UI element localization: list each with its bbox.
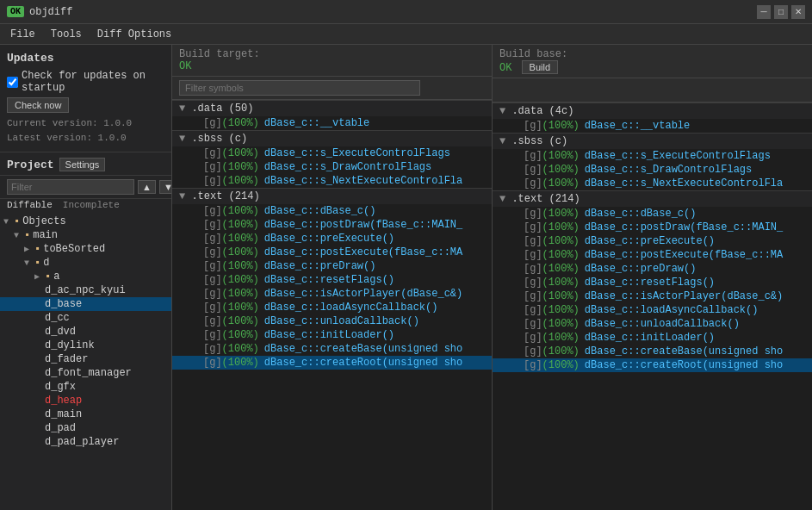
project-title: Project bbox=[7, 159, 54, 171]
menu-file[interactable]: File bbox=[3, 27, 42, 42]
filter-row: ▲ ▼ .* bbox=[0, 176, 171, 199]
filter-down-button[interactable]: ▼ bbox=[159, 180, 172, 194]
right-status: OK bbox=[499, 62, 511, 74]
tree-item-toBeSorted[interactable]: ▶ ▪ toBeSorted bbox=[0, 242, 171, 256]
right-row-text-3[interactable]: [g] (100%) dBase_c::postExecute(fBase_c:… bbox=[493, 248, 812, 262]
right-diff-pane: Build base: OK Build ▼ .data (4c) [g] (1… bbox=[493, 45, 812, 510]
left-filter-row bbox=[172, 77, 492, 100]
tree-label-d_main: d_main bbox=[45, 408, 82, 420]
tree-label-d_font_manager: d_font_manager bbox=[45, 367, 132, 379]
menu-diff-options[interactable]: Diff Options bbox=[90, 27, 178, 42]
tree-item-d_ac_npc_kyui[interactable]: d_ac_npc_kyui bbox=[0, 283, 171, 297]
left-row-text-7[interactable]: [g] (100%) dBase_c::loadAsyncCallback() bbox=[172, 301, 492, 314]
right-row-text-7[interactable]: [g] (100%) dBase_c::loadAsyncCallback() bbox=[493, 303, 812, 317]
right-row-text-0[interactable]: [g] (100%) dBase_c::dBase_c() bbox=[493, 207, 812, 221]
tree-label-d_cc: d_cc bbox=[45, 312, 70, 324]
settings-button[interactable]: Settings bbox=[59, 158, 106, 171]
left-header-label: Build target: bbox=[179, 48, 260, 60]
right-row-sbss-2[interactable]: [g] (100%) dBase_c::s_NextExecuteControl… bbox=[493, 177, 812, 190]
folder-icon: ▪ bbox=[34, 257, 40, 269]
check-startup-row: Check for updates on startup bbox=[7, 70, 164, 94]
tree-item-d_dvd[interactable]: d_dvd bbox=[0, 325, 171, 339]
right-row-text-10[interactable]: [g] (100%) dBase_c::createBase(unsigned … bbox=[493, 345, 812, 358]
tree-label-a: a bbox=[53, 271, 59, 283]
tree-item-d_heap[interactable]: d_heap bbox=[0, 394, 171, 407]
check-startup-checkbox[interactable] bbox=[7, 77, 18, 88]
left-row-text-8[interactable]: [g] (100%) dBase_c::unloadCallback() bbox=[172, 314, 492, 328]
tree-label-d_base: d_base bbox=[45, 298, 82, 310]
left-row-vtable[interactable]: [g] (100%) dBase_c::__vtable bbox=[172, 116, 492, 130]
tree-label-d: d bbox=[43, 257, 49, 269]
left-row-sbss-1[interactable]: [g] (100%) dBase_c::s_DrawControlFlags bbox=[172, 160, 492, 174]
menu-tools[interactable]: Tools bbox=[44, 27, 89, 42]
close-button[interactable]: ✕ bbox=[791, 5, 805, 19]
tree-label-toBeSorted: toBeSorted bbox=[43, 243, 105, 255]
tree-item-d_font_manager[interactable]: d_font_manager bbox=[0, 366, 171, 380]
right-row-text-1[interactable]: [g] (100%) dBase_c::postDraw(fBase_c::MA… bbox=[493, 221, 812, 234]
tree-label-d_ac_npc_kyui: d_ac_npc_kyui bbox=[45, 284, 126, 296]
folder-icon: ▪ bbox=[34, 243, 40, 255]
right-section-text: ▼ .text (214) bbox=[493, 190, 812, 207]
right-row-text-9[interactable]: [g] (100%) dBase_c::initLoader() bbox=[493, 331, 812, 345]
content: Build target: OK ▼ .data (50) [g] (100%)… bbox=[172, 45, 812, 510]
left-row-text-3[interactable]: [g] (100%) dBase_c::postExecute(fBase_c:… bbox=[172, 246, 492, 259]
right-row-text-6[interactable]: [g] (100%) dBase_c::isActorPlayer(dBase_… bbox=[493, 289, 812, 303]
left-row-text-11[interactable]: [g] (100%) dBase_c::createRoot(unsigned … bbox=[172, 356, 492, 370]
right-row-text-4[interactable]: [g] (100%) dBase_c::preDraw() bbox=[493, 262, 812, 276]
tree-item-d[interactable]: ▼ ▪ d bbox=[0, 256, 171, 270]
right-diff-content[interactable]: ▼ .data (4c) [g] (100%) dBase_c::__vtabl… bbox=[493, 103, 812, 510]
right-row-text-8[interactable]: [g] (100%) dBase_c::unloadCallback() bbox=[493, 317, 812, 331]
tree-item-d_dylink[interactable]: d_dylink bbox=[0, 339, 171, 352]
tree-item-d_main[interactable]: d_main bbox=[0, 407, 171, 421]
project-header: Project Settings bbox=[0, 152, 171, 176]
left-row-text-2[interactable]: [g] (100%) dBase_c::preExecute() bbox=[172, 232, 492, 246]
left-diff-content[interactable]: ▼ .data (50) [g] (100%) dBase_c::__vtabl… bbox=[172, 100, 492, 510]
left-row-sbss-0[interactable]: [g] (100%) dBase_c::s_ExecuteControlFlag… bbox=[172, 146, 492, 160]
tree-item-d_fader[interactable]: d_fader bbox=[0, 352, 171, 366]
filter-up-button[interactable]: ▲ bbox=[138, 180, 156, 194]
right-row-text-5[interactable]: [g] (100%) dBase_c::resetFlags() bbox=[493, 276, 812, 289]
right-row-sbss-1[interactable]: [g] (100%) dBase_c::s_DrawControlFlags bbox=[493, 163, 812, 177]
left-row-text-10[interactable]: [g] (100%) dBase_c::createBase(unsigned … bbox=[172, 342, 492, 356]
titlebar-left: OK objdiff bbox=[7, 6, 72, 18]
menubar: File Tools Diff Options bbox=[0, 24, 812, 45]
maximize-button[interactable]: □ bbox=[774, 5, 788, 19]
left-row-text-0[interactable]: [g] (100%) dBase_c::dBase_c() bbox=[172, 204, 492, 218]
main-layout: Updates Check for updates on startup Che… bbox=[0, 45, 812, 510]
left-row-text-9[interactable]: [g] (100%) dBase_c::initLoader() bbox=[172, 328, 492, 342]
updates-section: Updates Check for updates on startup Che… bbox=[0, 45, 171, 152]
left-section-text: ▼ .text (214) bbox=[172, 188, 492, 204]
right-row-text-11[interactable]: [g] (100%) dBase_c::createRoot(unsigned … bbox=[493, 358, 812, 372]
current-version: Current version: 1.0.0 bbox=[7, 116, 164, 131]
left-filter-input[interactable] bbox=[179, 80, 420, 96]
left-row-text-1[interactable]: [g] (100%) dBase_c::postDraw(fBase_c::MA… bbox=[172, 218, 492, 232]
tab-diffable[interactable]: Diffable bbox=[3, 199, 56, 211]
left-row-text-6[interactable]: [g] (100%) dBase_c::isActorPlayer(dBase_… bbox=[172, 287, 492, 301]
minimize-button[interactable]: ─ bbox=[757, 5, 771, 19]
right-row-text-2[interactable]: [g] (100%) dBase_c::preExecute() bbox=[493, 234, 812, 248]
tree-item-d_pad_player[interactable]: d_pad_player bbox=[0, 435, 171, 449]
tree-item-d_pad[interactable]: d_pad bbox=[0, 421, 171, 435]
tree-item-main[interactable]: ▼ ▪ main bbox=[0, 228, 171, 242]
titlebar: OK objdiff ─ □ ✕ bbox=[0, 0, 812, 24]
left-row-sbss-2[interactable]: [g] (100%) dBase_c::s_NextExecuteControl… bbox=[172, 174, 492, 188]
left-status: OK bbox=[179, 60, 191, 72]
tree-label-d_dvd: d_dvd bbox=[45, 326, 76, 338]
tree-item-d_cc[interactable]: d_cc bbox=[0, 311, 171, 325]
titlebar-controls: ─ □ ✕ bbox=[757, 5, 805, 19]
right-row-sbss-0[interactable]: [g] (100%) dBase_c::s_ExecuteControlFlag… bbox=[493, 149, 812, 163]
left-row-text-5[interactable]: [g] (100%) dBase_c::resetFlags() bbox=[172, 273, 492, 287]
tree-label-d_dylink: d_dylink bbox=[45, 339, 95, 351]
tree-item-d_base[interactable]: d_base bbox=[0, 297, 171, 311]
right-row-vtable[interactable]: [g] (100%) dBase_c::__vtable bbox=[493, 119, 812, 133]
build-button[interactable]: Build bbox=[522, 60, 558, 74]
tree-label-d_gfx: d_gfx bbox=[45, 381, 76, 393]
tree-item-d_gfx[interactable]: d_gfx bbox=[0, 380, 171, 394]
left-row-text-4[interactable]: [g] (100%) dBase_c::preDraw() bbox=[172, 259, 492, 273]
tab-incomplete[interactable]: Incomplete bbox=[59, 199, 123, 211]
check-now-button[interactable]: Check now bbox=[7, 97, 69, 113]
tree-item-a[interactable]: ▶ ▪ a bbox=[0, 270, 171, 283]
tree-item-objects[interactable]: ▼ ▪ Objects bbox=[0, 215, 171, 228]
filter-input[interactable] bbox=[7, 179, 134, 195]
tree-label-main: main bbox=[33, 229, 58, 241]
